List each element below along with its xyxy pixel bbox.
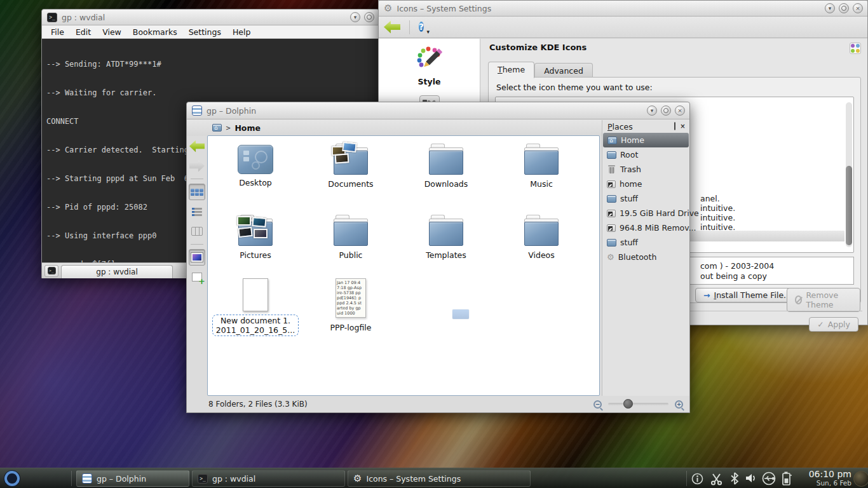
apply-button[interactable]: ✓ Apply [809, 317, 858, 332]
folder-item-documents[interactable]: Documents [303, 144, 398, 189]
maximize-button[interactable] [364, 12, 374, 22]
chevron-down-icon[interactable]: ▾ [427, 29, 430, 35]
forward-button[interactable] [189, 158, 205, 174]
place-item-bluetooth[interactable]: ⚙ Bluetooth [602, 250, 689, 264]
clock-time: 06:10 pm [809, 469, 851, 480]
sidebar-item-style[interactable]: Style [379, 39, 480, 86]
terminal-icon: >_ [47, 13, 57, 22]
folder-item-desktop[interactable]: Desktop [208, 144, 303, 189]
close-panel-button[interactable]: × [679, 123, 687, 131]
taskbar: gp – Dolphin >_ gp : wvdial ⚙ Icons – Sy… [0, 468, 868, 488]
split-view-button[interactable]: + [189, 269, 205, 285]
place-item-home-drive[interactable]: home [602, 177, 689, 191]
clipboard-scissors-tray-icon[interactable] [710, 472, 723, 485]
menu-help[interactable]: Help [227, 27, 256, 37]
overview-icon[interactable] [850, 43, 861, 54]
tab-strip: Theme Advanced [488, 62, 593, 78]
back-button[interactable] [384, 21, 400, 34]
bluetooth-tray-icon[interactable] [729, 472, 740, 485]
place-item-stuff-2[interactable]: stuff [602, 235, 689, 250]
folder-item-public[interactable]: Public [303, 215, 398, 260]
folder-icon [429, 215, 463, 247]
maximize-button[interactable] [661, 105, 671, 116]
system-settings-titlebar[interactable]: ⚙ Icons – System Settings ▾ × [379, 1, 867, 17]
folder-view[interactable]: Desktop Documents Downloads [207, 135, 600, 396]
maximize-button[interactable] [839, 3, 849, 13]
back-arrow-icon [189, 140, 205, 152]
launcher-button[interactable] [3, 470, 21, 488]
close-button[interactable]: × [675, 105, 685, 116]
home-folder-icon[interactable]: ⌂ [212, 124, 222, 132]
scrollbar-track[interactable] [846, 102, 852, 247]
description-fragment: com ) - 2003-2004 [700, 261, 774, 271]
preview-toggle-button[interactable] [189, 249, 205, 266]
folder-item-downloads[interactable]: Downloads [398, 144, 494, 189]
taskbar-item-system-settings[interactable]: ⚙ Icons – System Settings [348, 470, 531, 487]
details-view-button[interactable] [189, 203, 205, 220]
menu-edit[interactable]: Edit [71, 27, 96, 37]
folder-item-videos[interactable]: Videos [494, 215, 589, 260]
float-panel-button[interactable] [670, 123, 679, 131]
tab-advanced[interactable]: Advanced [534, 63, 593, 78]
close-button[interactable]: × [853, 3, 863, 13]
file-manager-icon [192, 105, 202, 116]
drive-icon [607, 224, 616, 232]
minimize-button[interactable]: ▾ [647, 105, 657, 116]
columns-view-icon [191, 227, 203, 236]
place-item-stuff[interactable]: stuff [602, 191, 689, 206]
menu-file[interactable]: File [46, 27, 69, 37]
dolphin-toolbar: + [187, 135, 207, 396]
folder-item-music[interactable]: Music [494, 144, 589, 189]
place-item-hard-drive[interactable]: 19.5 GiB Hard Drive [602, 206, 689, 220]
zoom-slider-handle[interactable] [623, 399, 633, 409]
preview-icon [191, 253, 203, 262]
divider [686, 471, 687, 486]
folder-icon [607, 195, 616, 203]
place-item-home[interactable]: ⌂ Home [603, 133, 689, 147]
dolphin-titlebar[interactable]: gp – Dolphin ▾ × [187, 102, 689, 119]
menu-view[interactable]: View [97, 27, 126, 37]
minimize-button[interactable]: ▾ [825, 3, 835, 13]
home-folder-icon: ⌂ [607, 137, 617, 144]
terminal-tab[interactable]: gp : wvdial [61, 265, 173, 278]
place-item-trash[interactable]: Trash [602, 162, 689, 177]
zoom-in-button[interactable]: + [675, 400, 683, 409]
list-item-fragment: anel. [700, 194, 720, 203]
clock[interactable]: 06:10 pm Sun, 6 Feb [809, 468, 851, 488]
place-item-removable[interactable]: 964.8 MiB Remov... [602, 220, 689, 235]
columns-view-button[interactable] [189, 223, 205, 240]
folder-icon [524, 144, 559, 175]
float-icon [674, 122, 675, 130]
folder-item-templates[interactable]: Templates [398, 215, 494, 260]
icons-view-button[interactable] [189, 184, 205, 200]
device-notifier-tray-icon[interactable] [761, 471, 776, 485]
minimize-button[interactable]: ▾ [350, 12, 360, 22]
gear-icon: ⚙ [353, 473, 362, 484]
volume-tray-icon[interactable] [745, 473, 757, 484]
taskbar-item-terminal[interactable]: >_ gp : wvdial [192, 470, 345, 487]
install-theme-button[interactable]: → Install Theme File... [695, 288, 799, 302]
taskbar-item-dolphin[interactable]: gp – Dolphin [76, 470, 189, 487]
help-button[interactable]: ? [419, 22, 424, 32]
tab-theme[interactable]: Theme [488, 62, 534, 78]
menu-settings[interactable]: Settings [184, 27, 226, 37]
breadcrumb-home[interactable]: Home [234, 123, 261, 133]
file-item-ppp-logfile[interactable]: Jan 17 09:4 7:18 gp-Asp ire-5738 pp pd[1… [303, 278, 398, 336]
info-tray-icon[interactable] [691, 473, 703, 485]
new-tab-button[interactable]: >_ [44, 265, 58, 277]
system-settings-window-title: Icons – System Settings [397, 4, 491, 13]
description-fragment: out being a copy [700, 271, 767, 281]
place-item-root[interactable]: Root [602, 147, 689, 162]
battery-tray-icon[interactable] [782, 471, 792, 485]
panel-toolbox-cashew[interactable] [853, 471, 868, 487]
folder-item-pictures[interactable]: Pictures [208, 215, 303, 260]
menu-bookmarks[interactable]: Bookmarks [128, 27, 182, 37]
zoom-slider[interactable] [608, 403, 668, 405]
file-item-new-document[interactable]: New document 1. 2011_01_20_16_5... [208, 278, 303, 336]
remove-theme-button[interactable]: Remove Theme [787, 288, 860, 312]
scrollbar-thumb[interactable] [846, 166, 852, 245]
back-button[interactable] [189, 138, 205, 154]
terminal-titlebar[interactable]: >_ gp : wvdial ▾ [42, 10, 379, 25]
zoom-out-button[interactable]: − [593, 400, 602, 409]
documents-folder-icon [334, 144, 368, 175]
